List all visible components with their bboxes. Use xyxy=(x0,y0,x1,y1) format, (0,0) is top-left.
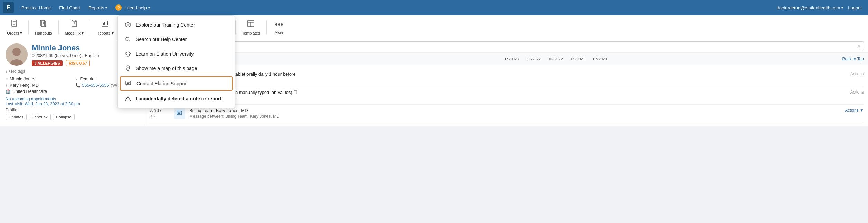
help-item-contact[interactable]: Contact Elation Support xyxy=(120,76,233,91)
chart-search-input[interactable] xyxy=(159,43,857,48)
chevron-down-icon: ▾ xyxy=(112,31,114,35)
svg-point-2 xyxy=(126,37,129,40)
nav-find-chart[interactable]: Find Chart xyxy=(56,3,84,12)
warning-icon xyxy=(124,95,132,103)
nav-right-area: doctordemo@elationhealth.com ▾ Logout xyxy=(776,3,865,12)
separator xyxy=(90,20,90,34)
svg-line-3 xyxy=(129,40,130,41)
entry-date: Jun 17 2021 xyxy=(149,108,170,118)
timeline-dates: 09/2023 11/2022 02/2022 05/2021 07/2020 xyxy=(505,57,837,61)
allergies-badge[interactable]: 3 ALLERGIES xyxy=(32,60,63,66)
separator xyxy=(58,20,59,34)
profile-print-fax-button[interactable]: Print/Fax xyxy=(29,114,51,120)
map-pin-icon xyxy=(124,65,132,72)
toolbar-btn-handouts[interactable]: Handouts xyxy=(31,17,56,37)
svg-rect-38 xyxy=(248,20,254,27)
gender-icon: ♀ xyxy=(75,77,78,81)
top-navigation: E Practice Home Find Chart Reports ▾ ? I… xyxy=(0,0,868,15)
reports-icon xyxy=(101,19,109,29)
svg-marker-4 xyxy=(125,52,131,55)
insurance-icon: 🏥 xyxy=(6,89,11,94)
chevron-down-icon: ▾ xyxy=(20,31,22,35)
toolbar-btn-more[interactable]: ••• More xyxy=(269,18,290,37)
separator xyxy=(266,20,267,34)
patient-dob: 06/08/1969 (55 yrs, 0 mo) · English xyxy=(32,53,99,58)
tag-icon: 🏷 xyxy=(6,69,10,74)
chart-entry-medication: 8.5 mg Tab ER 24hr 1 tablet orally daily… xyxy=(149,68,864,86)
help-dropdown-menu: Explore our Training Center Search our H… xyxy=(117,15,235,108)
risk-badge: RISK 0.57 xyxy=(66,60,90,66)
separator xyxy=(235,20,236,34)
nav-help[interactable]: ? I need help ▾ xyxy=(112,2,153,13)
svg-point-6 xyxy=(128,67,129,68)
chevron-down-icon: ▾ xyxy=(841,6,843,10)
chevron-down-icon: ▾ xyxy=(105,6,107,10)
nav-user-email[interactable]: doctordemo@elationhealth.com ▾ xyxy=(776,5,843,10)
chart-search-area: 🔍 ✕ xyxy=(145,39,868,53)
patient-info: Minnie Jones 06/08/1969 (55 yrs, 0 mo) ·… xyxy=(32,43,99,66)
svg-rect-48 xyxy=(177,111,182,115)
detail-insurance: 🏥 United Healthcare xyxy=(6,89,70,94)
chart-content: 🔍 ✕ Today 09/2023 11/2022 02/2022 05/202… xyxy=(145,39,868,126)
chart-entry-message: Jun 17 2021 Billing Team, Kary Jones, MD… xyxy=(149,105,864,123)
chevron-down-icon: ▾ xyxy=(148,6,150,10)
help-item-search[interactable]: Search our Help Center xyxy=(118,32,235,47)
entry-actions-button[interactable]: Actions ▼ xyxy=(845,108,864,113)
separator xyxy=(28,20,29,34)
help-item-map[interactable]: Show me a map of this page xyxy=(118,61,235,76)
stethoscope-icon: ⚕ xyxy=(6,83,8,88)
entry-actions-button[interactable]: Actions xyxy=(850,90,864,95)
more-icon: ••• xyxy=(275,20,283,29)
svg-point-12 xyxy=(128,100,128,101)
search-icon xyxy=(124,36,132,43)
message-icon xyxy=(174,108,185,119)
detail-provider: ⚕ Kary Feng, MD xyxy=(6,83,70,88)
toolbar-btn-templates[interactable]: Templates xyxy=(238,17,264,37)
help-item-deleted[interactable]: I accidentally deleted a note or report xyxy=(118,91,235,106)
avatar xyxy=(6,43,28,66)
profile-updates-button[interactable]: Updates xyxy=(6,114,27,120)
orders-icon xyxy=(10,19,19,29)
id-icon: ≡ xyxy=(6,77,8,81)
svg-point-1 xyxy=(127,24,129,26)
chart-search-wrap[interactable]: 🔍 ✕ xyxy=(149,41,864,50)
toolbar-btn-meds-hx[interactable]: Meds Hx ▾ xyxy=(61,17,88,38)
timeline-bar: Today 09/2023 11/2022 02/2022 05/2021 07… xyxy=(145,53,868,65)
toolbar-btn-reports[interactable]: Reports ▾ xyxy=(92,17,117,38)
phone-icon: 📞 xyxy=(75,83,81,88)
nav-practice-home[interactable]: Practice Home xyxy=(18,3,54,12)
graduation-cap-icon xyxy=(124,50,132,58)
profile-buttons: Updates Print/Fax Collapse xyxy=(6,114,139,120)
profile-label: Profile: xyxy=(6,108,139,113)
help-item-training[interactable]: Explore our Training Center xyxy=(118,18,235,32)
entry-body: 8.5 mg Tab ER 24hr 1 tablet orally daily… xyxy=(189,71,846,82)
entry-actions-button[interactable]: Actions xyxy=(850,71,864,76)
training-icon xyxy=(124,21,132,29)
toolbar-btn-orders[interactable]: Orders ▾ xyxy=(3,17,26,38)
entry-body: Point-of-Care Labs (with manually typed … xyxy=(189,90,846,100)
svg-rect-7 xyxy=(126,81,131,85)
nav-logout-button[interactable]: Logout xyxy=(845,3,865,12)
chart-entry-labs: Jun 17 2021 Point-of-Care Labs (with man… xyxy=(149,86,864,105)
handouts-icon xyxy=(39,19,48,30)
svg-point-42 xyxy=(12,48,21,56)
chart-entries: 8.5 mg Tab ER 24hr 1 tablet orally daily… xyxy=(145,65,868,126)
profile-collapse-button[interactable]: Collapse xyxy=(53,114,75,120)
back-to-top-button[interactable]: Back to Top xyxy=(842,57,864,61)
detail-name: ≡ Minnie Jones xyxy=(6,77,70,81)
meds-hx-icon xyxy=(70,19,78,29)
chevron-down-icon: ▾ xyxy=(82,31,84,35)
templates-icon xyxy=(247,19,255,30)
help-question-icon: ? xyxy=(115,4,122,11)
nav-reports[interactable]: Reports ▾ xyxy=(85,3,111,12)
close-icon[interactable]: ✕ xyxy=(857,43,861,49)
patient-name: Minnie Jones xyxy=(32,43,99,52)
help-item-university[interactable]: Learn on Elation University xyxy=(118,47,235,61)
entry-body: Billing Team, Kary Jones, MD Message bet… xyxy=(189,108,841,119)
logo[interactable]: E xyxy=(3,2,14,13)
chat-bubble-icon xyxy=(125,80,132,87)
